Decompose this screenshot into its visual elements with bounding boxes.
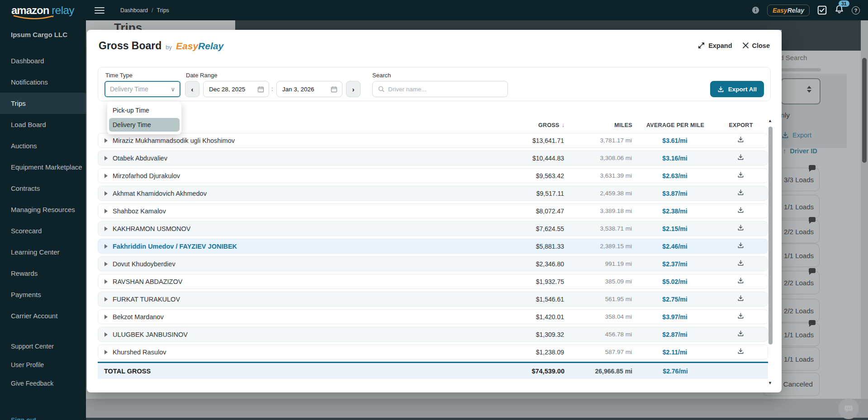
- option-delivery-time[interactable]: Delivery Time: [109, 118, 180, 132]
- driver-row[interactable]: Akhmat Khamidovich Akhmedov $9,517.11 2,…: [98, 186, 768, 201]
- option-pickup-time[interactable]: Pick-up Time: [107, 104, 181, 117]
- row-download-icon[interactable]: [737, 295, 744, 302]
- easyrelay-badge[interactable]: EasyRelay: [767, 5, 810, 16]
- export-all-button[interactable]: Export All: [710, 81, 764, 97]
- driver-row[interactable]: FURKAT TURAKULOV $1,546.61 561.95 mi $2.…: [98, 292, 768, 307]
- driver-row[interactable]: Bekzot Mardanov $1,420.01 358.04 mi $3.9…: [98, 309, 768, 324]
- row-expand-icon[interactable]: [104, 244, 108, 249]
- driver-row[interactable]: KAKHRAMON USMONOV $7,624.55 3,538.71 mi …: [98, 221, 768, 236]
- row-download-icon[interactable]: [737, 207, 744, 213]
- sidebar-item[interactable]: Load Board: [0, 114, 86, 135]
- row-expand-icon[interactable]: [104, 209, 108, 213]
- sidebar-item[interactable]: Equipment Marketplace: [0, 156, 86, 178]
- row-expand-icon[interactable]: [104, 332, 108, 337]
- driver-row[interactable]: Fakhriddin Umedov / FAYZIEV JONIBEK $5,8…: [98, 239, 768, 254]
- time-type-select[interactable]: Delivery Time: [104, 81, 180, 97]
- sidebar-item[interactable]: Carrier Account: [0, 305, 86, 326]
- sidebar-item[interactable]: Auctions: [0, 135, 86, 156]
- row-download-icon[interactable]: [737, 348, 744, 354]
- info-icon[interactable]: [752, 6, 759, 14]
- sidebar-footer-item[interactable]: Support Center: [0, 337, 86, 355]
- modal-title-row: Gross Board by EasyRelay: [99, 40, 223, 52]
- row-expand-icon[interactable]: [104, 315, 108, 319]
- row-export-cell: [718, 207, 763, 215]
- row-download-icon[interactable]: [737, 260, 744, 266]
- table-scrollbar[interactable]: [768, 118, 773, 385]
- header-average-per-mile[interactable]: AVERAGE PER MILE: [632, 122, 718, 128]
- row-expand-icon[interactable]: [104, 138, 108, 143]
- driver-name-cell: Bekzot Mardanov: [98, 313, 496, 321]
- sidebar-item[interactable]: Scorecard: [0, 220, 86, 241]
- driver-row[interactable]: Otabek Abduvaliev $10,444.83 3,308.06 mi…: [98, 151, 768, 165]
- total-gross: $74,539.00: [497, 368, 564, 375]
- scroll-up-icon[interactable]: [768, 118, 772, 123]
- row-download-icon[interactable]: [737, 312, 744, 319]
- sidebar-item[interactable]: Contracts: [0, 178, 86, 199]
- row-expand-icon[interactable]: [104, 156, 108, 160]
- row-expand-icon[interactable]: [104, 279, 108, 284]
- help-icon[interactable]: [852, 6, 860, 14]
- sidebar-item-label: Notifications: [11, 78, 48, 86]
- sign-out-link[interactable]: Sign out: [11, 416, 36, 420]
- breadcrumb-dashboard[interactable]: Dashboard: [120, 7, 148, 14]
- tasks-checkbox-icon[interactable]: [817, 5, 827, 15]
- driver-row[interactable]: RAVSHAN ABDAZIZOV $1,932.75 385.09 mi $5…: [98, 274, 768, 289]
- modal-by-label: by: [166, 44, 172, 51]
- row-download-icon[interactable]: [737, 330, 744, 337]
- header-gross[interactable]: GROSS: [497, 122, 564, 128]
- date-from-input[interactable]: Dec 28, 2025: [203, 81, 269, 97]
- driver-row[interactable]: Miraziz Mukhammadsodik ugli Khoshimov $1…: [98, 133, 768, 148]
- top-header: amazon relay Dashboard / Trips EasyRelay…: [0, 0, 868, 20]
- row-download-icon[interactable]: [737, 136, 744, 143]
- expand-button[interactable]: Expand: [697, 42, 732, 49]
- row-expand-icon[interactable]: [104, 191, 108, 196]
- row-download-icon[interactable]: [737, 277, 744, 284]
- driver-row[interactable]: Dovut Khudoyberdiev $2,346.80 991.19 mi …: [98, 256, 768, 271]
- row-download-icon[interactable]: [737, 171, 744, 178]
- avg-per-mile-value: $2.75/mi: [632, 296, 718, 303]
- calendar-icon: [331, 86, 337, 93]
- row-expand-icon[interactable]: [104, 227, 108, 231]
- row-expand-icon[interactable]: [104, 262, 108, 266]
- menu-toggle-icon[interactable]: [95, 7, 104, 14]
- row-expand-icon[interactable]: [104, 350, 108, 354]
- sidebar-item[interactable]: Notifications: [0, 71, 86, 93]
- sidebar-item[interactable]: Learning Center: [0, 241, 86, 263]
- row-download-icon[interactable]: [737, 189, 744, 196]
- date-to-value: Jan 3, 2026: [282, 86, 314, 93]
- sidebar-footer-item[interactable]: Give Feedback: [0, 374, 86, 392]
- scroll-down-icon[interactable]: [768, 381, 772, 385]
- prev-week-button[interactable]: [185, 81, 199, 97]
- driver-row[interactable]: ULUGBEK JANBUSINOV $1,309.32 456.78 mi $…: [98, 327, 768, 342]
- close-button[interactable]: Close: [742, 42, 770, 49]
- row-download-icon[interactable]: [737, 224, 744, 231]
- driver-row[interactable]: Shahboz Kamalov $8,072.47 3,389.18 mi $2…: [98, 203, 768, 218]
- notifications-bell[interactable]: 31: [835, 5, 844, 16]
- notification-count-badge: 31: [839, 0, 849, 7]
- sidebar-footer-item[interactable]: User Profile: [0, 355, 86, 374]
- breadcrumb-trips[interactable]: Trips: [157, 7, 169, 14]
- date-to-input[interactable]: Jan 3, 2026: [276, 81, 342, 97]
- driver-name-cell: KAKHRAMON USMONOV: [98, 225, 496, 232]
- next-week-button[interactable]: [346, 81, 360, 97]
- table-scrollbar-thumb[interactable]: [768, 127, 773, 344]
- total-miles: 26,966.85 mi: [564, 368, 632, 375]
- row-download-icon[interactable]: [737, 154, 744, 160]
- row-export-cell: [718, 224, 763, 233]
- sidebar-item[interactable]: Rewards: [0, 263, 86, 284]
- sidebar-item[interactable]: Trips: [0, 93, 86, 114]
- gross-value: $2,346.80: [496, 260, 564, 268]
- row-expand-icon[interactable]: [104, 174, 108, 178]
- miles-value: 385.09 mi: [564, 278, 632, 285]
- amazon-relay-logo[interactable]: amazon relay: [11, 4, 74, 17]
- sidebar-item[interactable]: Payments: [0, 284, 86, 305]
- driver-row[interactable]: Khurshed Rasulov $1,238.09 587.97 mi $2.…: [98, 344, 768, 359]
- row-expand-icon[interactable]: [104, 297, 108, 302]
- sidebar-item[interactable]: Managing Resources: [0, 199, 86, 220]
- header-miles[interactable]: MILES: [564, 122, 632, 128]
- row-download-icon[interactable]: [737, 242, 744, 249]
- driver-search-input[interactable]: [388, 86, 502, 93]
- easyrelay-badge-easy: Easy: [773, 7, 787, 14]
- driver-row[interactable]: Mirzofarhod Djurakulov $9,563.42 3,631.3…: [98, 168, 768, 183]
- sidebar-item[interactable]: Dashboard: [0, 50, 86, 71]
